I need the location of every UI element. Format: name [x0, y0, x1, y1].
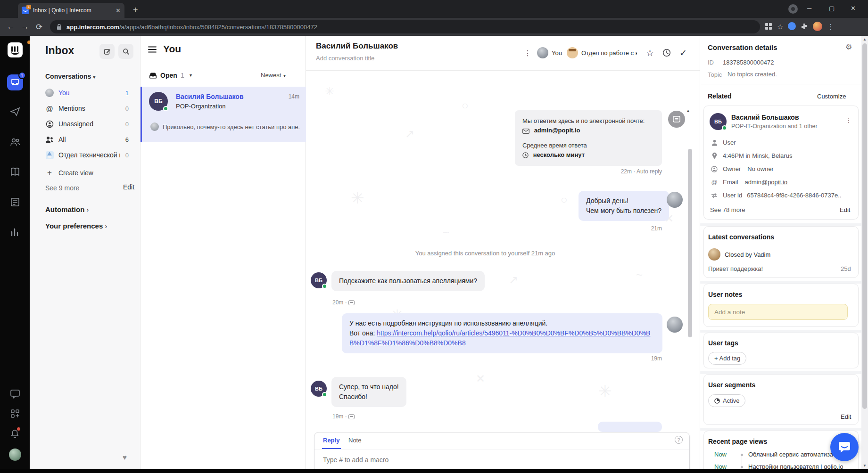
auto-reply-meta: 22m · Auto reply [591, 168, 662, 175]
conversations-dropdown[interactable]: Conversations ▾ [45, 73, 95, 80]
customer-thanks-bubble: Супер, то что надо! Спасибо! [331, 377, 406, 407]
sidebar-item-you[interactable]: You 1 [39, 86, 133, 100]
user-card-menu-icon[interactable]: ⋮ [845, 116, 852, 124]
auto-reply-card: Мы ответим здесь и по электронной почте:… [515, 110, 662, 166]
scrollbar-up-arrow[interactable]: ▲ [861, 37, 868, 41]
knowledge-base-icon[interactable] [0, 167, 30, 177]
sidebar-item-unassigned[interactable]: Unassigned 0 [39, 117, 133, 131]
chat-scrollbar-thumb[interactable] [688, 149, 692, 337]
add-note-input[interactable] [708, 304, 848, 320]
article-circle-icon[interactable] [668, 111, 685, 128]
refresh-button[interactable]: ⟳ [32, 22, 46, 32]
open-filter[interactable]: Open [160, 72, 177, 79]
chat-scrollbar-up-arrow[interactable]: ▲ [686, 108, 690, 113]
details-gear-icon[interactable]: ⚙ [845, 42, 852, 51]
add-conversation-title[interactable]: Add conversation title [316, 55, 374, 62]
open-inbox-icon [149, 72, 157, 81]
help-icon[interactable]: ? [675, 436, 683, 444]
automation-link[interactable]: Automation › [45, 205, 89, 213]
sidebar-item-all[interactable]: All 6 [39, 132, 133, 147]
scrollbar-thumb[interactable] [862, 43, 867, 409]
preferences-link[interactable]: Your preferences › [45, 222, 107, 230]
owner-value[interactable]: No owner [747, 165, 774, 172]
owner-row: Owner No owner [710, 165, 774, 172]
star-icon[interactable]: ☆ [646, 48, 654, 58]
message-scroll-area[interactable]: ✳ ↗ ✳ ○ ~ ○ ✳ ↗ ✳ ○ ~ ✕ ✳ ↗ ✕ Мы ответим… [306, 71, 700, 469]
user-edit-link[interactable]: Edit [840, 206, 850, 213]
compose-button[interactable] [99, 44, 115, 59]
messenger-settings-icon[interactable] [0, 389, 30, 399]
message-input[interactable] [323, 456, 606, 464]
more-options-icon[interactable]: ⋮ [524, 49, 531, 57]
create-view-button[interactable]: + Create view [39, 166, 133, 180]
tab-groups-icon[interactable] [765, 23, 772, 32]
browser-menu-icon[interactable]: ⋮ [827, 23, 834, 31]
you-avatar [45, 89, 54, 97]
see-78-more-link[interactable]: See 78 more [710, 206, 745, 213]
inbox-nav-icon[interactable]: 1 [0, 74, 30, 90]
tab-title: Inbox | Qolio | Intercom [33, 7, 113, 14]
reports-icon[interactable] [0, 227, 30, 237]
mentions-at-icon: @ [45, 105, 54, 113]
closed-by-status[interactable]: Closed by Vadim [725, 251, 770, 258]
browser-tab[interactable]: 1 Inbox | Qolio | Intercom ✕ [18, 3, 124, 18]
add-tag-button[interactable]: + Add tag [708, 352, 746, 365]
team-label[interactable]: Отдел по работе с к... [581, 49, 637, 57]
customize-link[interactable]: Customize [817, 93, 846, 100]
email-value[interactable]: admin@popit.io [745, 179, 788, 186]
id-arrows-icon [710, 193, 719, 198]
tab-note[interactable]: Note [348, 437, 361, 444]
tab-close-icon[interactable]: ✕ [116, 7, 121, 14]
user-tags-card: User tags + Add tag [703, 333, 859, 368]
intercom-launcher-button[interactable] [830, 433, 859, 461]
unassigned-icon [45, 120, 54, 128]
snooze-clock-icon[interactable] [662, 49, 671, 57]
window-minimize-button[interactable]: ─ [807, 5, 811, 12]
contacts-icon[interactable] [0, 137, 30, 147]
search-button[interactable] [118, 44, 133, 59]
reply-composer[interactable]: Reply Note ? GIF [314, 432, 690, 469]
titlebar-extension-icon[interactable] [788, 4, 798, 14]
collapse-sidebar-icon[interactable] [148, 46, 157, 55]
user-card-org[interactable]: POP-IT-Organization and 1 other [731, 123, 818, 130]
sidebar-item-tech-support[interactable]: Отдел технической по... 0 [39, 148, 133, 162]
conversation-list: You Open 1 ▾ Newest▾ ВБ Василий Большако… [141, 36, 306, 469]
new-tab-button[interactable]: + [133, 6, 138, 14]
close-conversation-check-icon[interactable]: ✓ [679, 48, 687, 58]
open-caret-icon[interactable]: ▾ [190, 73, 192, 78]
scrollbar-down-arrow[interactable]: ▼ [861, 464, 868, 468]
extensions-puzzle-icon[interactable] [801, 23, 808, 32]
list-title: You [163, 43, 181, 55]
user-avatar[interactable] [0, 449, 30, 461]
notifications-bell-icon[interactable] [0, 429, 30, 440]
sort-dropdown[interactable]: Newest▾ [261, 72, 286, 79]
extension-blue-icon[interactable] [788, 22, 796, 32]
active-segment-pill[interactable]: Active [708, 394, 745, 407]
bookmark-star-icon[interactable]: ☆ [777, 23, 783, 31]
intercom-logo[interactable] [0, 42, 30, 57]
outbound-icon[interactable] [0, 106, 30, 117]
see-more-link[interactable]: See 9 more [45, 184, 79, 192]
forward-button[interactable]: → [18, 22, 32, 32]
sidebar-item-mentions[interactable]: @ Mentions 0 [39, 101, 133, 115]
conversation-customer-name: Василий Большаков [176, 93, 244, 100]
window-maximize-button[interactable]: ▢ [829, 5, 835, 12]
articles-icon[interactable] [0, 197, 30, 207]
tab-reply[interactable]: Reply [323, 437, 339, 444]
latest-preview[interactable]: Привет поддержка! [708, 265, 763, 272]
url-bar[interactable]: app.intercom.com/a/apps/ad6bathq/inbox/i… [50, 20, 760, 33]
recent-row-when: Now [714, 451, 727, 458]
recent-row-text[interactable]: Облачный сервис автоматиза [748, 451, 833, 458]
segments-edit-link[interactable]: Edit [841, 413, 851, 420]
assignee-label[interactable]: You [552, 49, 562, 57]
profile-avatar[interactable] [813, 22, 822, 33]
window-close-button[interactable]: ✕ [851, 5, 856, 12]
help-article-link[interactable]: https://intercom.help/qolio/ru/articles/… [349, 329, 650, 347]
apps-icon[interactable] [0, 409, 30, 418]
edit-views-link[interactable]: Edit [123, 183, 134, 191]
conversation-list-item[interactable]: ВБ Василий Большаков 14m POP-Organizatio… [141, 87, 306, 142]
page-scrollbar[interactable]: ▲ ▼ [861, 36, 868, 469]
back-button[interactable]: ← [4, 22, 18, 32]
user-segments-title: User segments [708, 381, 755, 389]
user-card-name[interactable]: Василий Большаков [731, 114, 799, 121]
